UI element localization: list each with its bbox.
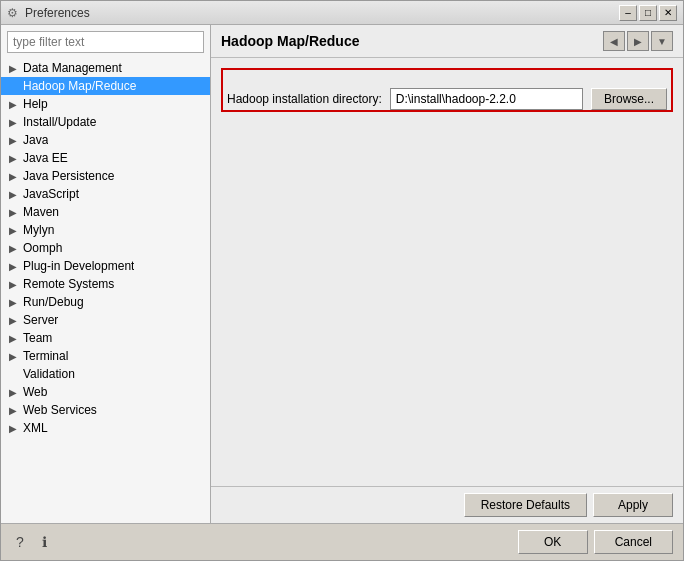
title-buttons: – □ ✕ [619, 5, 677, 21]
sidebar-item-install-update[interactable]: ▶Install/Update [1, 113, 210, 131]
expand-arrow-icon: ▶ [9, 279, 19, 290]
sidebar-item-plug-in-development[interactable]: ▶Plug-in Development [1, 257, 210, 275]
sidebar-item-java-persistence[interactable]: ▶Java Persistence [1, 167, 210, 185]
sidebar-item-validation[interactable]: Validation [1, 365, 210, 383]
sidebar-item-hadoop-map-reduce[interactable]: Hadoop Map/Reduce [1, 77, 210, 95]
sidebar-item-team[interactable]: ▶Team [1, 329, 210, 347]
panel-nav: ◀ ▶ ▼ [603, 31, 673, 51]
sidebar-item-data-management[interactable]: ▶Data Management [1, 59, 210, 77]
sidebar-item-label: Server [23, 313, 58, 327]
sidebar-item-run-debug[interactable]: ▶Run/Debug [1, 293, 210, 311]
sidebar-item-label: XML [23, 421, 48, 435]
preferences-window: ⚙ Preferences – □ ✕ ▶Data ManagementHado… [0, 0, 684, 561]
window-footer: ? ℹ OK Cancel [1, 523, 683, 560]
sidebar-item-label: Plug-in Development [23, 259, 134, 273]
minimize-button[interactable]: – [619, 5, 637, 21]
sidebar-item-mylyn[interactable]: ▶Mylyn [1, 221, 210, 239]
browse-button[interactable]: Browse... [591, 88, 667, 110]
sidebar-item-label: Hadoop Map/Reduce [23, 79, 136, 93]
sidebar: ▶Data ManagementHadoop Map/Reduce▶Help▶I… [1, 25, 211, 523]
title-bar-left: ⚙ Preferences [7, 6, 90, 20]
sidebar-item-label: Oomph [23, 241, 62, 255]
sidebar-item-javascript[interactable]: ▶JavaScript [1, 185, 210, 203]
panel-content: Hadoop installation directory: Browse... [211, 58, 683, 486]
expand-arrow-icon: ▶ [9, 351, 19, 362]
panel-footer: Restore Defaults Apply [211, 486, 683, 523]
expand-arrow-icon: ▶ [9, 99, 19, 110]
expand-arrow-icon: ▶ [9, 189, 19, 200]
sidebar-item-label: Run/Debug [23, 295, 84, 309]
expand-arrow-icon: ▶ [9, 225, 19, 236]
sidebar-item-label: Install/Update [23, 115, 96, 129]
expand-arrow-icon: ▶ [9, 135, 19, 146]
expand-arrow-icon: ▶ [9, 153, 19, 164]
expand-arrow-icon: ▶ [9, 405, 19, 416]
apply-button[interactable]: Apply [593, 493, 673, 517]
sidebar-item-help[interactable]: ▶Help [1, 95, 210, 113]
expand-arrow-icon: ▶ [9, 315, 19, 326]
field-label: Hadoop installation directory: [227, 92, 382, 106]
window-footer-buttons: OK Cancel [518, 530, 673, 554]
sidebar-item-label: JavaScript [23, 187, 79, 201]
sidebar-item-server[interactable]: ▶Server [1, 311, 210, 329]
sidebar-item-label: Terminal [23, 349, 68, 363]
nav-forward-button[interactable]: ▶ [627, 31, 649, 51]
sidebar-item-oomph[interactable]: ▶Oomph [1, 239, 210, 257]
expand-arrow-icon: ▶ [9, 243, 19, 254]
sidebar-item-label: Validation [23, 367, 75, 381]
footer-icons: ? ℹ [11, 533, 53, 551]
sidebar-item-label: Web [23, 385, 47, 399]
ok-button[interactable]: OK [518, 530, 588, 554]
sidebar-item-web-services[interactable]: ▶Web Services [1, 401, 210, 419]
expand-arrow-icon: ▶ [9, 387, 19, 398]
sidebar-item-java-ee[interactable]: ▶Java EE [1, 149, 210, 167]
gear-icon: ⚙ [7, 6, 21, 20]
window-title: Preferences [25, 6, 90, 20]
sidebar-item-label: Team [23, 331, 52, 345]
sidebar-item-xml[interactable]: ▶XML [1, 419, 210, 437]
hadoop-directory-input[interactable] [390, 88, 583, 110]
expand-arrow-icon: ▶ [9, 171, 19, 182]
sidebar-item-label: Mylyn [23, 223, 54, 237]
expand-arrow-icon: ▶ [9, 333, 19, 344]
sidebar-item-label: Java Persistence [23, 169, 114, 183]
sidebar-item-label: Java EE [23, 151, 68, 165]
expand-arrow-icon: ▶ [9, 261, 19, 272]
expand-arrow-icon: ▶ [9, 117, 19, 128]
field-row: Hadoop installation directory: Browse... [227, 88, 667, 110]
nav-dropdown-button[interactable]: ▼ [651, 31, 673, 51]
sidebar-item-terminal[interactable]: ▶Terminal [1, 347, 210, 365]
close-button[interactable]: ✕ [659, 5, 677, 21]
main-panel: Hadoop Map/Reduce ◀ ▶ ▼ Hadoop installat… [211, 25, 683, 523]
maximize-button[interactable]: □ [639, 5, 657, 21]
expand-arrow-icon: ▶ [9, 63, 19, 74]
panel-title: Hadoop Map/Reduce [221, 33, 359, 49]
title-bar: ⚙ Preferences – □ ✕ [1, 1, 683, 25]
expand-arrow-icon: ▶ [9, 207, 19, 218]
expand-arrow-icon: ▶ [9, 297, 19, 308]
sidebar-item-label: Maven [23, 205, 59, 219]
filter-input[interactable] [7, 31, 204, 53]
help-icon[interactable]: ? [11, 533, 29, 551]
sidebar-item-label: Data Management [23, 61, 122, 75]
tree-container[interactable]: ▶Data ManagementHadoop Map/Reduce▶Help▶I… [1, 59, 210, 523]
sidebar-item-label: Help [23, 97, 48, 111]
sidebar-item-remote-systems[interactable]: ▶Remote Systems [1, 275, 210, 293]
sidebar-item-label: Java [23, 133, 48, 147]
sidebar-item-label: Web Services [23, 403, 97, 417]
info-icon[interactable]: ℹ [35, 533, 53, 551]
sidebar-item-label: Remote Systems [23, 277, 114, 291]
panel-header: Hadoop Map/Reduce ◀ ▶ ▼ [211, 25, 683, 58]
sidebar-item-java[interactable]: ▶Java [1, 131, 210, 149]
nav-back-button[interactable]: ◀ [603, 31, 625, 51]
expand-arrow-icon: ▶ [9, 423, 19, 434]
cancel-button[interactable]: Cancel [594, 530, 673, 554]
restore-defaults-button[interactable]: Restore Defaults [464, 493, 587, 517]
sidebar-item-web[interactable]: ▶Web [1, 383, 210, 401]
sidebar-item-maven[interactable]: ▶Maven [1, 203, 210, 221]
content-area: ▶Data ManagementHadoop Map/Reduce▶Help▶I… [1, 25, 683, 523]
